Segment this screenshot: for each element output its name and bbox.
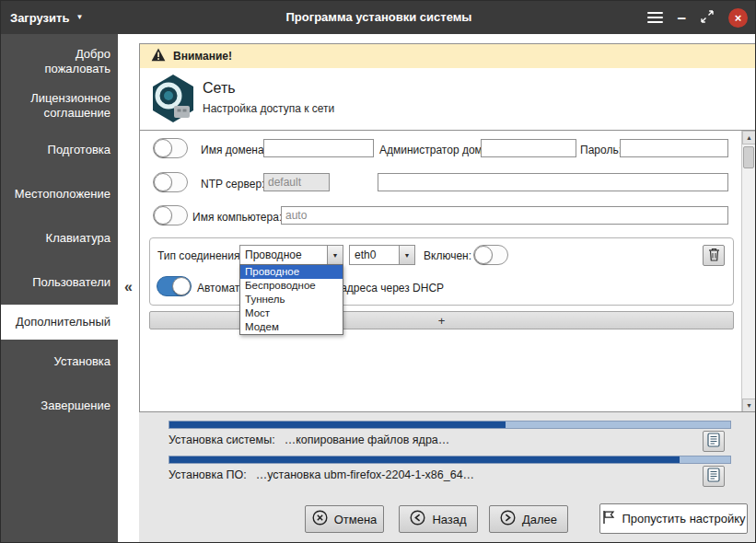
- titlebar: Загрузить ▼ Программа установки системы …: [1, 1, 756, 34]
- connection-type-dropdown: Проводное Беспроводное Туннель Мост Моде…: [239, 264, 343, 335]
- content-frame: Внимание! Сеть Настройка доступа к сети …: [139, 43, 756, 412]
- sidebar-item-finish[interactable]: Завершение: [1, 384, 118, 428]
- next-label: Далее: [522, 513, 557, 526]
- dropdown-option-wired[interactable]: Проводное: [240, 265, 343, 279]
- cancel-button[interactable]: Отмена: [305, 505, 384, 533]
- sidebar-item-preparation[interactable]: Подготовка: [1, 128, 118, 172]
- hostname-toggle[interactable]: [153, 205, 188, 225]
- scroll-down-button[interactable]: ▼: [742, 399, 755, 411]
- dropdown-option-modem[interactable]: Модем: [240, 320, 343, 334]
- sidebar-divider: «: [118, 34, 139, 543]
- sidebar-item-welcome[interactable]: Добро пожаловать: [1, 40, 118, 84]
- domain-name-label: Имя домена:: [201, 144, 267, 156]
- trash-icon: [708, 248, 720, 264]
- hamburger-icon: [647, 12, 663, 23]
- system-progress-row: Установка системы: …копирование файлов я…: [169, 433, 449, 446]
- warning-icon: [151, 48, 166, 65]
- load-menu-label: Загрузить: [10, 11, 69, 25]
- scrollbar-thumb[interactable]: [743, 146, 754, 168]
- dhcp-toggle[interactable]: [157, 276, 192, 296]
- next-button[interactable]: Далее: [489, 505, 568, 533]
- load-menu-button[interactable]: Загрузить ▼: [10, 7, 83, 28]
- network-module-icon: [147, 73, 199, 128]
- log-icon: [707, 433, 720, 450]
- delete-connection-button[interactable]: [703, 245, 725, 266]
- plus-icon: +: [438, 314, 446, 328]
- chevron-down-icon: ▼: [76, 14, 83, 21]
- sidebar-item-additional[interactable]: Дополнительный: [1, 305, 118, 340]
- interface-select[interactable]: eth0 ▼: [349, 245, 415, 265]
- page-title: Сеть: [203, 80, 236, 97]
- system-progress-status: …копирование файлов ядра…: [285, 433, 450, 446]
- skip-setup-button[interactable]: Пропустить настройку: [599, 503, 748, 534]
- connection-enabled-toggle[interactable]: [473, 245, 508, 265]
- chevron-down-icon: ▼: [327, 246, 343, 264]
- installer-window: Загрузить ▼ Программа установки системы …: [0, 0, 756, 543]
- domain-admin-input[interactable]: [481, 139, 576, 157]
- settings-scroll-area: Имя домена: Администратор домена: Пароль…: [140, 130, 755, 411]
- domain-toggle[interactable]: [153, 138, 188, 158]
- hostname-label: Имя компьютера:: [192, 211, 282, 224]
- connection-enabled-label: Включен:: [424, 249, 471, 262]
- ntp-toggle[interactable]: [153, 172, 188, 192]
- resize-icon: [701, 10, 714, 26]
- cancel-label: Отмена: [334, 513, 378, 526]
- vertical-scrollbar[interactable]: ▲ ▼: [741, 131, 755, 411]
- ntp-custom-input[interactable]: [378, 173, 728, 191]
- log-icon: [707, 468, 720, 485]
- domain-password-label: Пароль:: [580, 144, 622, 156]
- page-subtitle: Настройка доступа к сети: [203, 102, 334, 115]
- arrow-left-circle-icon: [410, 510, 425, 528]
- warning-banner: Внимание!: [140, 44, 755, 68]
- software-progress-bar: [169, 456, 731, 464]
- warning-label: Внимание!: [173, 50, 232, 63]
- scroll-down-icon: ▼: [746, 402, 752, 409]
- sidebar-item-license[interactable]: Лицензионное соглашение: [1, 84, 118, 128]
- ntp-server-select[interactable]: [263, 173, 330, 191]
- connection-type-label: Тип соединения:: [157, 249, 243, 262]
- scroll-up-icon: ▲: [746, 134, 752, 141]
- sidebar-item-users[interactable]: Пользователи: [1, 260, 118, 305]
- software-log-button[interactable]: [703, 466, 725, 487]
- ntp-label: NTP сервер:: [201, 178, 264, 191]
- skip-label: Пропустить настройку: [622, 512, 745, 526]
- add-connection-button[interactable]: +: [149, 311, 734, 329]
- close-button[interactable]: ×: [728, 8, 748, 28]
- dropdown-option-tunnel[interactable]: Туннель: [240, 293, 343, 306]
- sidebar-collapse-handle[interactable]: «: [118, 279, 139, 295]
- chevron-down-icon: ▼: [399, 246, 414, 264]
- sidebar-item-installation[interactable]: Установка: [1, 340, 118, 384]
- software-progress-row: Установка ПО: …установка ubm-firefox-220…: [169, 468, 474, 481]
- window-title: Программа установки системы: [1, 10, 756, 24]
- dropdown-option-bridge[interactable]: Мост: [240, 306, 343, 320]
- minimize-icon: –: [678, 10, 686, 26]
- domain-password-input[interactable]: [620, 139, 728, 157]
- software-progress-label: Установка ПО:: [169, 468, 247, 481]
- menu-button[interactable]: [647, 6, 663, 29]
- close-icon: ×: [735, 11, 742, 25]
- connection-group: Тип соединения: Проводное ▼ eth0 ▼ Включ…: [149, 237, 734, 306]
- resize-button[interactable]: [701, 6, 714, 29]
- system-progress-bar: [169, 421, 731, 429]
- arrow-right-circle-icon: [500, 510, 516, 528]
- flag-icon: [601, 510, 615, 527]
- connection-type-select[interactable]: Проводное ▼: [239, 245, 343, 265]
- sidebar-item-keyboard[interactable]: Клавиатура: [1, 216, 118, 260]
- dropdown-option-wireless[interactable]: Беспроводное: [240, 279, 343, 293]
- back-label: Назад: [432, 513, 466, 526]
- system-log-button[interactable]: [703, 431, 725, 452]
- system-progress-label: Установка системы:: [169, 433, 275, 446]
- software-progress-status: …установка ubm-firefox-2204-1-x86_64…: [256, 468, 474, 481]
- bottom-panel: Установка системы: …копирование файлов я…: [139, 412, 756, 543]
- steps-sidebar: Добро пожаловать Лицензионное соглашение…: [1, 34, 118, 543]
- scroll-up-button[interactable]: ▲: [742, 131, 755, 144]
- cancel-icon: [312, 510, 328, 528]
- window-controls: – ×: [647, 1, 748, 34]
- minimize-button[interactable]: –: [678, 6, 686, 29]
- back-button[interactable]: Назад: [399, 505, 478, 533]
- domain-name-input[interactable]: [263, 139, 374, 157]
- page-header: Сеть Настройка доступа к сети: [140, 68, 755, 130]
- hostname-input[interactable]: [281, 206, 728, 225]
- sidebar-item-location[interactable]: Местоположение: [1, 172, 118, 216]
